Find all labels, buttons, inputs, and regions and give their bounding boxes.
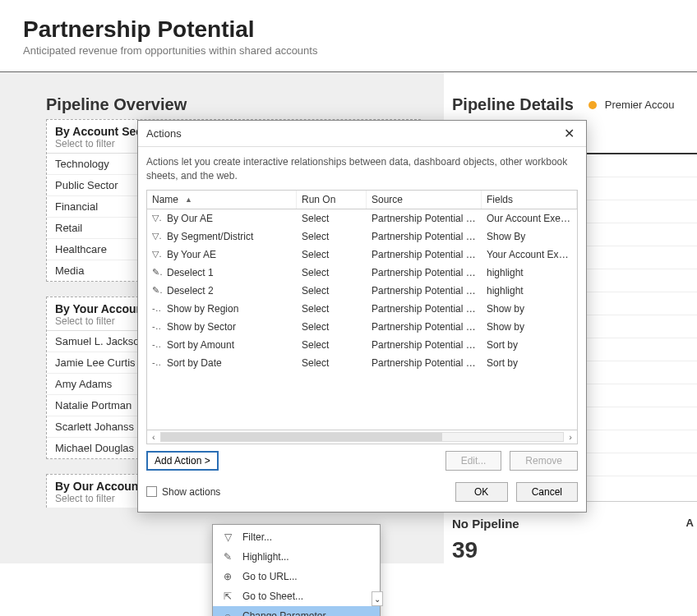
action-source-cell: Partnership Potential (… — [367, 229, 482, 244]
actions-table-header: Name ▲ Run On Source Fields — [147, 191, 577, 209]
action-fields-cell: Sort by — [482, 338, 577, 352]
menu-item-go-to-url[interactable]: ⊕Go to URL... — [213, 567, 380, 586]
action-source-cell: Partnership Potential (… — [367, 356, 482, 370]
action-fields-cell: highlight — [482, 283, 577, 298]
action-row[interactable]: -○-Show by SectorSelectPartnership Poten… — [147, 318, 577, 336]
param-icon: -○- — [147, 319, 162, 334]
chevron-down-icon[interactable]: ⌄ — [372, 591, 383, 606]
col-fields-header[interactable]: Fields — [482, 191, 577, 209]
action-name-cell: Sort by Amount — [162, 338, 297, 352]
action-row[interactable]: -○-Sort by AmountSelectPartnership Poten… — [147, 336, 577, 354]
action-runon-cell: Select — [297, 229, 367, 244]
action-row[interactable]: ▽By Your AESelectPartnership Potential (… — [147, 246, 577, 264]
col-source-header[interactable]: Source — [367, 191, 482, 209]
page-title: Partnership Potential — [23, 16, 674, 43]
action-name-cell: By Our AE — [162, 211, 297, 226]
no-pipeline-side-label: A — [686, 517, 697, 563]
action-name-cell: By Your AE — [162, 247, 297, 262]
action-runon-cell: Select — [297, 338, 367, 352]
globe-icon: ⊕ — [221, 571, 234, 582]
dialog-title: Actions — [146, 127, 182, 140]
list-item-label: Michael Douglas — [55, 442, 134, 454]
funnel-icon: ▽ — [147, 211, 162, 226]
action-fields-cell: Show by — [482, 301, 577, 316]
action-runon-cell: Select — [297, 301, 367, 316]
action-name-cell: Sort by Date — [162, 356, 297, 370]
horizontal-scrollbar[interactable]: ‹ › — [147, 430, 577, 444]
checkbox-label: Show actions — [162, 486, 220, 498]
remove-button[interactable]: Remove — [510, 451, 578, 471]
action-runon-cell: Select — [297, 247, 367, 262]
param-icon: -○- — [221, 610, 234, 616]
action-fields-cell: Your Account Executiv — [482, 247, 577, 262]
col-runon-header[interactable]: Run On — [297, 191, 367, 209]
funnel-icon: ▽ — [147, 247, 162, 262]
scroll-track[interactable] — [160, 432, 565, 442]
action-row[interactable]: -○-Sort by DateSelectPartnership Potenti… — [147, 354, 577, 372]
action-row[interactable]: ✎Deselect 2SelectPartnership Potential (… — [147, 282, 577, 300]
action-fields-cell: Sort by — [482, 356, 577, 370]
no-pipeline-value: 39 — [452, 537, 519, 563]
ok-button[interactable]: OK — [455, 482, 508, 502]
scroll-left-icon[interactable]: ‹ — [152, 432, 155, 442]
overview-heading: Pipeline Overview — [46, 95, 421, 114]
col-name-header[interactable]: Name ▲ — [147, 191, 297, 209]
col-label: Name — [152, 194, 178, 205]
details-heading: Pipeline Details — [452, 95, 574, 114]
legend-label: Premier Accou — [605, 99, 675, 111]
scroll-right-icon[interactable]: › — [569, 432, 572, 442]
action-runon-cell: Select — [297, 265, 367, 280]
action-row[interactable]: ▽By Our AESelectPartnership Potential (…… — [147, 209, 577, 228]
param-icon: -○- — [147, 338, 162, 352]
checkbox-icon — [146, 486, 157, 497]
menu-item-label: Highlight... — [242, 551, 289, 563]
menu-item-filter[interactable]: ▽Filter... — [213, 527, 380, 547]
param-icon: -○- — [147, 301, 162, 316]
show-actions-checkbox[interactable]: Show actions — [146, 486, 220, 498]
menu-item-label: Go to Sheet... — [242, 591, 303, 602]
action-fields-cell: Show By — [482, 229, 577, 244]
sort-asc-icon: ▲ — [185, 195, 192, 204]
scroll-thumb[interactable] — [161, 433, 443, 441]
cancel-button[interactable]: Cancel — [516, 482, 578, 502]
no-pipeline-title: No Pipeline — [452, 517, 519, 531]
action-name-cell: Show by Sector — [162, 319, 297, 334]
menu-item-highlight[interactable]: ✎Highlight... — [213, 547, 380, 567]
funnel-icon: ▽ — [147, 229, 162, 244]
action-source-cell: Partnership Potential (… — [367, 338, 482, 352]
menu-item-go-to-sheet[interactable]: ⇱Go to Sheet... — [213, 586, 380, 606]
action-runon-cell: Select — [297, 319, 367, 334]
edit-button[interactable]: Edit... — [445, 451, 502, 471]
close-icon[interactable]: ✕ — [561, 126, 578, 141]
action-row[interactable]: ▽By Segment/DistrictSelectPartnership Po… — [147, 228, 577, 246]
action-row[interactable]: ✎Deselect 1SelectPartnership Potential (… — [147, 264, 577, 282]
param-icon: -○- — [147, 356, 162, 370]
dialog-description: Actions let you create interactive relat… — [146, 155, 578, 183]
sheet-icon: ⇱ — [221, 591, 234, 602]
action-name-cell: Deselect 1 — [162, 265, 297, 280]
action-runon-cell: Select — [297, 211, 367, 226]
page-subtitle: Anticipated revenue from opportunities w… — [23, 44, 674, 57]
action-source-cell: Partnership Potential (… — [367, 301, 482, 316]
action-source-cell: Partnership Potential (… — [367, 319, 482, 334]
action-fields-cell: highlight — [482, 265, 577, 280]
menu-item-change-parameter[interactable]: -○-Change Parameter... — [213, 606, 380, 616]
action-row[interactable]: -○-Show by RegionSelectPartnership Poten… — [147, 300, 577, 318]
action-name-cell: Show by Region — [162, 301, 297, 316]
funnel-icon: ▽ — [221, 531, 234, 543]
pencil-icon: ✎ — [147, 283, 162, 298]
action-runon-cell: Select — [297, 356, 367, 370]
add-action-menu: ▽Filter...✎Highlight...⊕Go to URL...⇱Go … — [212, 524, 381, 616]
legend-dot-icon — [589, 101, 597, 109]
add-action-button[interactable]: Add Action > — [146, 451, 219, 471]
action-name-cell: By Segment/District — [162, 229, 297, 244]
menu-item-label: Change Parameter... — [242, 610, 334, 616]
menu-item-label: Go to URL... — [242, 571, 298, 582]
actions-dialog: Actions ✕ Actions let you create interac… — [137, 120, 587, 513]
action-source-cell: Partnership Potential (… — [367, 283, 482, 298]
action-source-cell: Partnership Potential (… — [367, 211, 482, 226]
actions-table: Name ▲ Run On Source Fields ▽By Our AESe… — [146, 190, 578, 444]
action-source-cell: Partnership Potential (… — [367, 247, 482, 262]
pencil-icon: ✎ — [221, 551, 234, 563]
action-name-cell: Deselect 2 — [162, 283, 297, 298]
